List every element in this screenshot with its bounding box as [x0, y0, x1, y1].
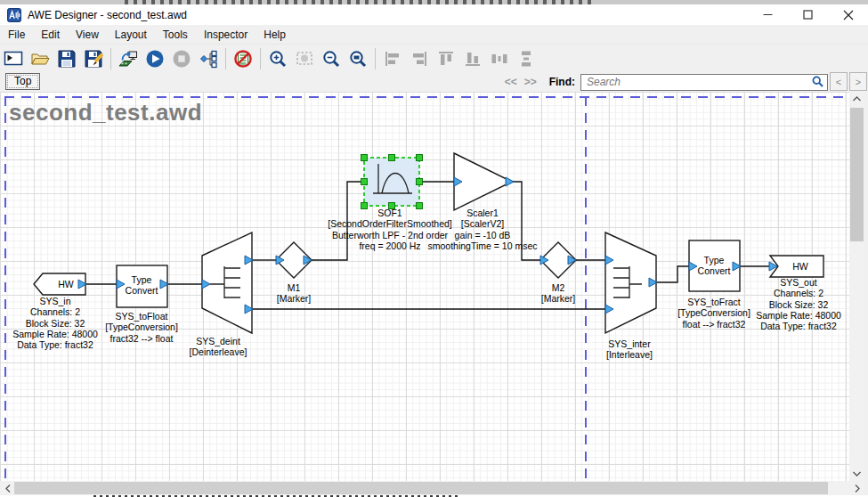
search-input[interactable]	[580, 74, 828, 91]
wire-3	[312, 182, 364, 260]
sys-in-block[interactable]	[34, 273, 85, 295]
inspector-disabled-button[interactable]	[231, 46, 256, 70]
chevron-up-icon	[853, 96, 861, 102]
close-icon	[843, 10, 854, 20]
zoom-out-icon	[321, 49, 341, 69]
minimize-icon	[763, 10, 773, 20]
connect-to-target-button[interactable]	[116, 46, 141, 70]
distribute-vertical-button[interactable]	[514, 46, 539, 70]
horizontal-scroll-thumb[interactable]	[14, 482, 828, 494]
layout-canvas[interactable]: second_test.awd HWSYS_inChannels: 2Block…	[0, 92, 849, 481]
new-layout-icon	[4, 49, 23, 69]
toolbar-separator	[225, 48, 226, 69]
zoom-actual-size-icon	[348, 49, 368, 69]
selection-handle[interactable]	[361, 179, 368, 185]
stop-icon	[172, 49, 191, 69]
selection-handle[interactable]	[361, 155, 368, 161]
horizontal-scrollbar[interactable]	[0, 481, 864, 495]
scaler1-output-pin	[506, 177, 514, 186]
stop-button[interactable]	[169, 46, 194, 70]
tab-find-row: Top << >> Find: < >	[0, 71, 868, 93]
menu-help[interactable]: Help	[256, 27, 294, 43]
minimize-button[interactable]	[748, 4, 788, 25]
selection-handle[interactable]	[389, 155, 395, 161]
sof1-block[interactable]	[364, 158, 419, 206]
play-icon	[145, 49, 165, 69]
new-layout-button[interactable]	[1, 46, 26, 70]
align-top-icon	[436, 49, 456, 69]
menu-inspector[interactable]: Inspector	[196, 27, 256, 43]
close-button[interactable]	[828, 4, 868, 25]
scroll-right-button[interactable]	[849, 481, 864, 495]
align-right-button[interactable]	[407, 46, 432, 70]
save-icon	[57, 49, 77, 69]
sys-tofloat-block[interactable]	[117, 265, 167, 307]
awe-designer-window: AWE Designer - second_test.awd File Edit…	[0, 0, 868, 497]
propagate-changes-icon	[199, 49, 218, 69]
toolbar-separator	[375, 48, 376, 69]
propagate-changes-button[interactable]	[196, 46, 221, 70]
prev-page-button[interactable]: <<	[501, 76, 521, 88]
sys-deint-block[interactable]	[202, 232, 252, 333]
sys-inter-block[interactable]	[605, 232, 656, 333]
align-top-button[interactable]	[434, 46, 458, 70]
selection-handle[interactable]	[417, 203, 423, 209]
vertical-scrollbar[interactable]	[849, 92, 864, 481]
distribute-horizontal-button[interactable]	[487, 46, 512, 70]
menu-layout[interactable]: Layout	[107, 27, 155, 43]
zoom-selection-icon	[295, 49, 314, 69]
diagram-svg	[0, 92, 849, 481]
selection-handle[interactable]	[417, 179, 423, 185]
window-right-gutter	[864, 92, 868, 497]
toolbar	[0, 44, 868, 72]
menu-file[interactable]: File	[0, 27, 33, 43]
tab-top[interactable]: Top	[5, 73, 40, 90]
next-page-button[interactable]: >>	[521, 76, 540, 88]
zoom-in-button[interactable]	[265, 46, 290, 70]
open-folder-icon	[30, 49, 50, 69]
wire-8	[656, 266, 692, 282]
vertical-scroll-thumb[interactable]	[850, 108, 864, 241]
align-right-icon	[410, 49, 429, 69]
menu-edit[interactable]: Edit	[33, 27, 68, 43]
find-next-button[interactable]: >	[849, 72, 867, 91]
window-title: AWE Designer - second_test.awd	[28, 9, 187, 21]
distribute-horizontal-icon	[490, 49, 509, 69]
chevron-right-icon	[855, 485, 860, 493]
scroll-down-button[interactable]	[849, 467, 864, 481]
distribute-vertical-icon	[516, 49, 536, 69]
selection-handle[interactable]	[389, 203, 395, 209]
open-file-button[interactable]	[28, 46, 53, 70]
play-button[interactable]	[142, 46, 167, 70]
selection-handle[interactable]	[361, 203, 368, 209]
scroll-up-button[interactable]	[849, 92, 864, 106]
selection-handle[interactable]	[417, 155, 423, 161]
toolbar-separator	[260, 48, 261, 69]
align-bottom-button[interactable]	[460, 46, 485, 70]
chevron-down-icon	[853, 471, 861, 477]
zoom-in-icon	[268, 49, 288, 69]
maximize-button[interactable]	[788, 4, 828, 25]
search-icon[interactable]	[812, 76, 823, 87]
zoom-out-button[interactable]	[319, 46, 344, 70]
menu-tools[interactable]: Tools	[155, 27, 196, 43]
app-logo-icon	[7, 8, 21, 22]
wire-5	[512, 182, 543, 260]
align-left-button[interactable]	[380, 46, 405, 70]
inspector-disabled-icon	[233, 49, 253, 69]
connect-to-target-icon	[118, 49, 138, 69]
scroll-left-button[interactable]	[0, 481, 15, 495]
save-as-button[interactable]	[81, 46, 106, 70]
zoom-selection-button[interactable]	[292, 46, 317, 70]
title-bar[interactable]: AWE Designer - second_test.awd	[0, 4, 868, 25]
toolbar-separator	[110, 48, 111, 69]
align-left-icon	[383, 49, 402, 69]
chevron-left-icon	[5, 485, 11, 493]
menu-view[interactable]: View	[68, 27, 107, 43]
menu-bar: File Edit View Layout Tools Inspector He…	[0, 25, 868, 44]
zoom-actual-size-button[interactable]	[345, 46, 370, 70]
align-bottom-icon	[463, 49, 483, 69]
maximize-icon	[803, 10, 813, 20]
find-prev-button[interactable]: <	[830, 72, 848, 91]
save-button[interactable]	[54, 46, 79, 70]
